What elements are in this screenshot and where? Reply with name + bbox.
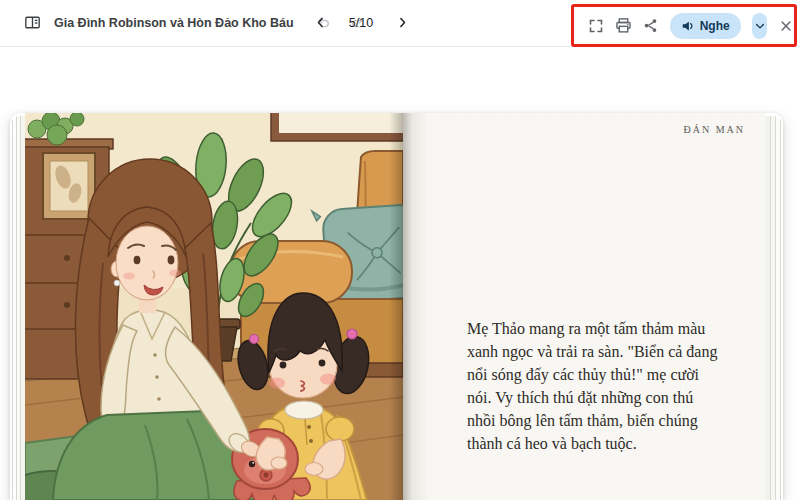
previous-page-icon[interactable] bbox=[308, 11, 332, 35]
reader-app: Gia Đình Robinson và Hòn Đảo Kho Báu bbox=[0, 0, 800, 500]
book-title: Gia Đình Robinson và Hòn Đảo Kho Báu bbox=[54, 16, 294, 30]
listen-button[interactable]: Nghe bbox=[670, 13, 741, 39]
next-page-icon[interactable] bbox=[390, 11, 414, 35]
story-line: Mẹ Thảo mang ra một tấm thảm màu bbox=[467, 317, 717, 340]
right-page-stack-edge bbox=[765, 116, 783, 500]
story-line: thành cá heo và bạch tuộc. bbox=[467, 432, 717, 455]
story-line: nhồi bông lên tấm thảm, biến chúng bbox=[467, 409, 717, 432]
book-spread: ĐÁN MAN Mẹ Thảo mang ra một tấm thảm màu… bbox=[10, 113, 783, 500]
illustration-page[interactable] bbox=[25, 113, 403, 500]
page-indicator: 5/10 bbox=[346, 16, 376, 30]
story-line: xanh ngọc và trải ra sàn. "Biển cả đang bbox=[467, 340, 717, 363]
listen-label: Nghe bbox=[700, 19, 730, 33]
story-paragraph: Mẹ Thảo mang ra một tấm thảm màu xanh ng… bbox=[467, 317, 717, 455]
close-icon[interactable] bbox=[778, 14, 794, 38]
share-icon[interactable] bbox=[643, 14, 659, 38]
storybook-illustration bbox=[25, 113, 403, 500]
print-icon[interactable] bbox=[615, 14, 632, 38]
page-navigation: 5/10 bbox=[308, 0, 414, 45]
open-book-icon bbox=[20, 11, 44, 35]
text-page[interactable]: ĐÁN MAN Mẹ Thảo mang ra một tấm thảm màu… bbox=[403, 113, 765, 500]
chevron-down-icon bbox=[754, 20, 766, 32]
speaker-icon bbox=[681, 19, 695, 33]
left-page-stack-edge bbox=[10, 116, 25, 500]
fullscreen-icon[interactable] bbox=[588, 14, 604, 38]
toolbar: Gia Đình Robinson và Hòn Đảo Kho Báu bbox=[0, 0, 800, 47]
story-line: nói. Vy thích thú đặt những con thú bbox=[467, 386, 717, 409]
story-line: nổi sóng đấy các thủy thủ!" mẹ cười bbox=[467, 363, 717, 386]
annotation-highlight-box: Nghe bbox=[571, 4, 797, 47]
page-header: ĐÁN MAN bbox=[684, 124, 746, 135]
listen-options-button[interactable] bbox=[752, 13, 768, 39]
